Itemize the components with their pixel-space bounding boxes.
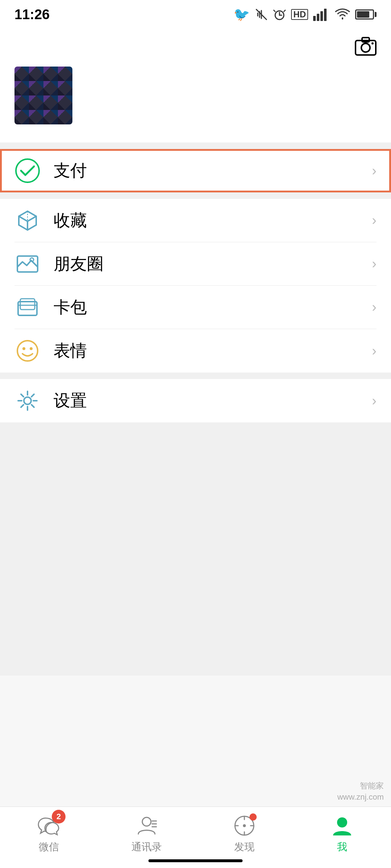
wallet-chevron: › — [372, 299, 377, 315]
menu-group-main: 收藏 › 朋友圈 › — [0, 199, 391, 373]
settings-icon — [14, 388, 41, 414]
payment-chevron: › — [372, 163, 377, 179]
payment-label: 支付 — [54, 159, 372, 182]
menu-item-emoji[interactable]: 表情 › — [0, 329, 391, 373]
tab-wechat[interactable]: 2 微信 — [0, 813, 98, 854]
menu-item-moments[interactable]: 朋友圈 › — [0, 242, 391, 286]
emoji-icon — [14, 338, 41, 364]
watermark: 智能家 www.znj.com — [337, 780, 384, 803]
menu-item-settings[interactable]: 设置 › — [0, 379, 391, 422]
tab-bar: 2 微信 通讯录 — [0, 807, 391, 868]
avatar — [14, 67, 72, 124]
section-divider-2 — [0, 192, 391, 199]
svg-point-18 — [30, 258, 34, 261]
svg-point-36 — [337, 817, 347, 827]
battery-icon — [355, 9, 377, 20]
svg-point-24 — [30, 347, 33, 350]
profile-section — [0, 67, 391, 142]
wechat-tab-icon-wrap: 2 — [36, 813, 62, 839]
me-tab-icon-wrap — [329, 813, 355, 839]
svg-rect-7 — [317, 14, 319, 21]
svg-point-11 — [361, 43, 370, 52]
emoji-chevron: › — [372, 343, 377, 359]
menu-item-wallet[interactable]: 卡包 › — [0, 286, 391, 329]
gray-background — [0, 422, 391, 676]
settings-chevron: › — [372, 393, 377, 409]
svg-point-13 — [371, 42, 374, 44]
discover-tab-icon-wrap — [231, 813, 257, 839]
status-time: 11:26 — [14, 7, 50, 22]
tab-bar-indicator — [148, 859, 243, 862]
svg-point-14 — [16, 159, 39, 182]
svg-rect-6 — [313, 16, 316, 21]
alarm-icon — [273, 8, 286, 21]
emoji-label: 表情 — [54, 340, 372, 362]
moments-chevron: › — [372, 256, 377, 272]
moments-icon — [14, 251, 41, 277]
section-divider-3 — [0, 373, 391, 379]
discover-badge-dot — [249, 813, 257, 821]
status-icons: 🐦 HD — [234, 7, 377, 22]
contacts-tab-icon-wrap — [134, 813, 160, 839]
wechat-tab-label: 微信 — [39, 840, 59, 854]
camera-button[interactable] — [355, 36, 377, 56]
discover-tab-label: 发现 — [234, 840, 255, 854]
favorites-label: 收藏 — [54, 209, 372, 232]
header-area — [0, 29, 391, 67]
section-divider-1 — [0, 142, 391, 149]
settings-label: 设置 — [54, 390, 372, 412]
signal-icon — [313, 8, 330, 21]
svg-rect-9 — [324, 9, 327, 21]
menu-item-favorites[interactable]: 收藏 › — [0, 199, 391, 242]
svg-point-31 — [243, 824, 246, 827]
mute-icon — [255, 8, 268, 21]
favorites-icon — [14, 208, 41, 234]
moments-label: 朋友圈 — [54, 253, 372, 275]
svg-point-25 — [24, 397, 31, 404]
status-bar: 11:26 🐦 HD — [0, 0, 391, 29]
svg-point-22 — [17, 341, 38, 361]
wechat-badge: 2 — [52, 810, 66, 824]
svg-line-4 — [274, 10, 275, 12]
wifi-icon — [335, 8, 350, 21]
svg-rect-19 — [18, 302, 37, 315]
tab-discover[interactable]: 发现 — [196, 813, 293, 854]
menu-group-payment: 支付 › — [0, 149, 391, 192]
tab-me[interactable]: 我 — [293, 813, 391, 854]
svg-rect-20 — [20, 299, 35, 310]
wallet-icon — [14, 294, 41, 320]
contacts-tab-label: 通讯录 — [131, 840, 162, 854]
svg-point-26 — [142, 817, 151, 826]
hd-badge: HD — [291, 9, 308, 20]
menu-group-settings: 设置 › — [0, 379, 391, 422]
tab-contacts[interactable]: 通讯录 — [98, 813, 196, 854]
favorites-chevron: › — [372, 213, 377, 228]
svg-rect-8 — [320, 11, 323, 21]
svg-point-23 — [22, 347, 25, 350]
me-tab-label: 我 — [337, 840, 347, 854]
menu-item-payment[interactable]: 支付 › — [0, 149, 391, 192]
svg-line-5 — [284, 10, 285, 12]
wallet-label: 卡包 — [54, 296, 372, 319]
payment-icon — [14, 158, 41, 184]
lark-icon: 🐦 — [234, 7, 250, 22]
